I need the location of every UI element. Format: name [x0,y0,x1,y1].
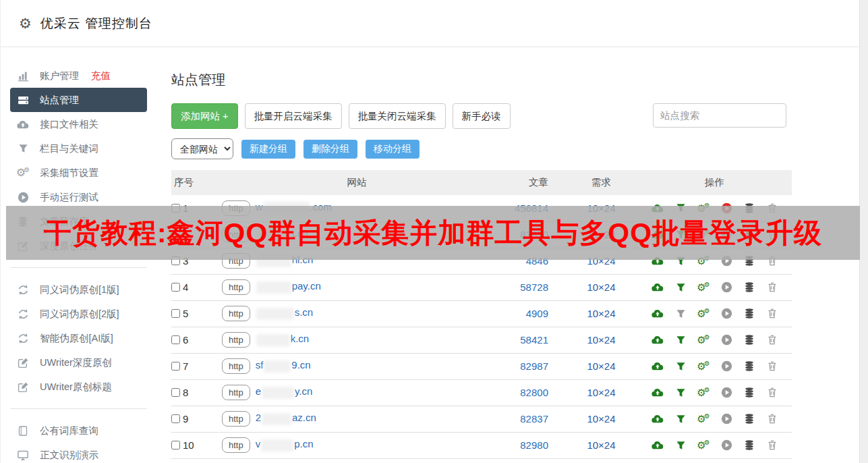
sidebar-item[interactable]: 智能伪原创[AI版] [1,326,165,350]
sidebar-item[interactable]: 同义词伪原创[2版] [1,302,165,326]
cloud-upload-icon[interactable] [652,439,664,452]
play-icon[interactable] [720,413,732,425]
batch-open-button[interactable]: 批量开启云端采集 [245,103,342,129]
demand-value[interactable]: 10×24 [566,327,637,353]
redacted-domain-blur [256,308,294,320]
trash-icon[interactable] [766,281,778,294]
cloud-upload-icon[interactable] [652,308,664,320]
cloud-upload-icon[interactable] [652,360,664,373]
play-icon[interactable] [720,334,732,346]
row-checkbox[interactable] [171,414,180,423]
trash-icon[interactable] [766,308,778,320]
row-checkbox[interactable] [171,309,180,318]
site-domain-link[interactable]: 2az.cn [256,412,316,423]
articles-count[interactable]: 58728 [492,274,566,300]
row-checkbox[interactable] [171,441,180,450]
database-icon[interactable] [743,281,755,294]
articles-count[interactable]: 82980 [492,432,566,458]
filter-icon[interactable] [674,334,687,346]
filter-icon[interactable] [674,387,687,399]
sidebar-item[interactable]: ⚙⚙采集细节设置 [1,161,165,185]
gears-icon[interactable]: ⚙⚙ [697,413,710,425]
sidebar-item[interactable]: 同义词伪原创[1版] [1,277,165,302]
row-checkbox[interactable] [171,283,180,292]
newbie-guide-button[interactable]: 新手必读 [453,103,511,129]
gears-icon[interactable]: ⚙⚙ [697,439,710,452]
admin-console-page: ⚙ 优采云 管理控制台 账户管理充值站点管理接口文件相关栏目与关键词⚙⚙采集细节… [0,0,868,463]
gears-icon[interactable]: ⚙⚙ [697,360,710,373]
database-icon[interactable] [743,387,755,399]
filter-icon[interactable] [674,439,687,452]
play-icon[interactable] [720,360,732,373]
database-icon[interactable] [743,360,755,373]
play-icon[interactable] [720,439,732,452]
gears-icon[interactable]: ⚙⚙ [697,281,710,294]
gears-icon[interactable]: ⚙⚙ [697,334,710,346]
sidebar-item[interactable]: UWriter深度原创 [1,350,165,375]
demand-value[interactable]: 10×24 [566,406,637,432]
delete-group-button[interactable]: 删除分组 [303,140,357,159]
database-icon[interactable] [743,413,755,425]
filter-icon[interactable] [674,413,687,425]
row-index: 8 [183,387,188,398]
move-group-button[interactable]: 移动分组 [366,140,419,159]
database-icon[interactable] [743,334,755,346]
articles-count[interactable]: 82987 [492,353,566,379]
demand-value[interactable]: 10×24 [566,274,637,300]
new-group-button[interactable]: 新建分组 [241,140,295,159]
demand-value[interactable]: 10×24 [566,300,637,327]
database-icon[interactable] [743,439,755,452]
cloud-upload-icon[interactable] [652,281,664,294]
row-checkbox[interactable] [171,388,180,397]
articles-count[interactable]: 82800 [492,379,566,406]
gears-icon[interactable]: ⚙⚙ [697,387,710,399]
articles-count[interactable]: 58421 [492,327,566,353]
trash-icon[interactable] [766,439,778,452]
site-domain-link[interactable]: s.cn [256,306,314,318]
sidebar-item[interactable]: 账户管理充值 [1,63,165,88]
site-domain-link[interactable]: pay.cn [256,280,321,292]
site-domain-link[interactable]: ey.cn [256,385,313,397]
demand-value[interactable]: 10×24 [566,432,637,458]
gears-icon[interactable]: ⚙⚙ [697,308,710,320]
site-domain-link[interactable]: vp.cn [256,438,314,450]
row-checkbox[interactable] [171,362,180,371]
sidebar-item[interactable]: 公有词库查询 [1,418,165,443]
recharge-badge[interactable]: 充值 [91,70,111,82]
add-site-button[interactable]: 添加网站 + [171,103,238,129]
filter-icon[interactable] [674,281,687,294]
sidebar-item[interactable]: 栏目与关键词 [1,136,165,161]
row-actions: ⚙⚙ [637,334,792,346]
group-select[interactable]: 全部网站 [171,138,233,159]
site-search-input[interactable] [653,103,786,128]
table-row: 6httpk.cn5842110×24⚙⚙ [171,327,792,353]
table-row: 10httpvp.cn8298010×24⚙⚙ [171,432,792,458]
cloud-upload-icon[interactable] [652,334,664,346]
trash-icon[interactable] [766,413,778,425]
site-domain-link[interactable]: sf9.cn [256,359,311,371]
batch-close-button[interactable]: 批量关闭云端采集 [349,103,446,129]
database-icon[interactable] [743,308,755,320]
demand-value[interactable]: 10×24 [566,379,637,406]
cloud-upload-icon[interactable] [652,413,664,425]
sidebar-item[interactable]: 正文识别演示 [1,443,165,463]
refresh-icon [17,284,29,296]
trash-icon[interactable] [766,387,778,399]
filter-icon[interactable] [674,360,687,373]
trash-icon[interactable] [766,360,778,373]
trash-icon[interactable] [766,334,778,346]
play-icon[interactable] [720,387,732,399]
sidebar-item[interactable]: 站点管理 [10,88,147,112]
filter-icon[interactable] [674,308,687,320]
cloud-upload-icon[interactable] [652,387,664,399]
sidebar-item[interactable]: 接口文件相关 [1,112,165,136]
row-checkbox[interactable] [171,335,180,344]
site-domain-link[interactable]: k.cn [256,333,310,344]
demand-value[interactable]: 10×24 [566,353,637,379]
articles-count[interactable]: 4909 [492,300,566,327]
play-icon[interactable] [720,281,732,294]
articles-count[interactable]: 82837 [492,406,566,432]
play-icon[interactable] [720,308,732,320]
scrollbar-track[interactable] [859,0,868,463]
sidebar-item[interactable]: UWriter原创标题 [1,375,165,399]
